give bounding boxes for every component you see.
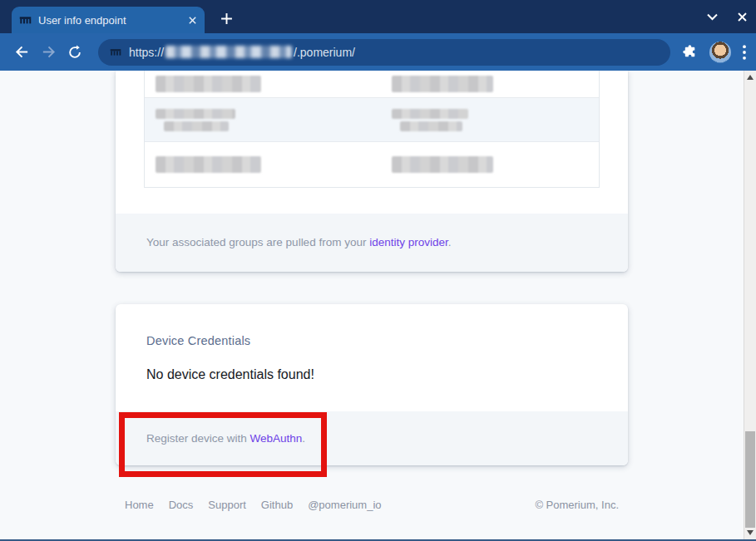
claims-table xyxy=(144,71,600,188)
tab-user-info-endpoint[interactable]: User info endpoint xyxy=(12,7,205,33)
footer-link-docs[interactable]: Docs xyxy=(169,499,194,511)
window-close-icon[interactable] xyxy=(737,12,748,22)
table-row xyxy=(145,71,599,98)
redacted-cell xyxy=(164,121,229,131)
pomerium-favicon-icon xyxy=(19,14,32,27)
toolbar-right xyxy=(682,42,746,63)
kebab-menu-icon[interactable] xyxy=(743,45,746,60)
redacted-cell xyxy=(392,109,468,119)
redacted-cell xyxy=(156,76,261,92)
webauthn-link[interactable]: WebAuthn xyxy=(250,432,303,445)
groups-card-footer: Your associated groups are pulled from y… xyxy=(116,214,628,272)
url-path: /.pomerium/ xyxy=(294,46,355,59)
scroll-up-icon[interactable] xyxy=(747,75,754,80)
copyright-text: © Pomerium, Inc. xyxy=(535,499,619,511)
address-bar[interactable]: https:///.pomerium/ xyxy=(98,39,670,66)
redacted-cell xyxy=(400,121,462,131)
device-card-footer: Register device with WebAuthn. xyxy=(116,411,628,465)
new-tab-button[interactable] xyxy=(215,7,237,29)
redacted-cell xyxy=(156,156,261,173)
tab-strip: User info endpoint xyxy=(0,0,756,33)
table-row xyxy=(145,98,599,142)
groups-note-text: Your associated groups are pulled from y… xyxy=(146,236,369,248)
back-icon[interactable] xyxy=(8,39,35,66)
tab-title: User info endpoint xyxy=(38,14,181,27)
footer-link-github[interactable]: Github xyxy=(261,499,293,511)
browser-toolbar: https:///.pomerium/ xyxy=(0,33,756,71)
tab-close-icon[interactable] xyxy=(188,16,197,25)
redacted-cell xyxy=(156,109,235,119)
scroll-down-icon[interactable] xyxy=(747,530,754,535)
redacted-cell xyxy=(392,156,493,173)
footer-link-home[interactable]: Home xyxy=(125,499,154,511)
profile-avatar[interactable] xyxy=(709,42,731,63)
page-content: Your associated groups are pulled from y… xyxy=(116,71,628,511)
groups-card: Your associated groups are pulled from y… xyxy=(116,71,628,272)
url-redacted-host xyxy=(166,46,292,58)
chevron-down-icon[interactable] xyxy=(706,12,719,21)
table-row xyxy=(145,142,599,187)
register-device-period: . xyxy=(302,432,305,445)
forward-icon[interactable] xyxy=(35,39,62,66)
scrollbar-thumb[interactable] xyxy=(745,431,755,528)
footer-link-support[interactable]: Support xyxy=(208,499,246,511)
groups-note-period: . xyxy=(448,236,452,248)
device-credentials-card: Device Credentials No device credentials… xyxy=(116,304,628,465)
url-text: https:///.pomerium/ xyxy=(129,46,355,59)
site-favicon-icon xyxy=(110,47,121,58)
footer-link-twitter[interactable]: @pomerium_io xyxy=(308,499,381,511)
page-footer: Home Docs Support Github @pomerium_io © … xyxy=(116,499,628,511)
identity-provider-link[interactable]: identity provider xyxy=(369,236,448,248)
extensions-puzzle-icon[interactable] xyxy=(682,44,698,60)
device-credentials-title: Device Credentials xyxy=(146,334,597,347)
window-controls xyxy=(706,0,748,33)
reload-icon[interactable] xyxy=(62,39,88,66)
page-viewport: Your associated groups are pulled from y… xyxy=(0,71,756,539)
no-credentials-message: No device credentials found! xyxy=(146,367,597,382)
browser-window: User info endpoint xyxy=(0,0,756,541)
register-device-text: Register device with xyxy=(146,432,250,445)
url-scheme: https:// xyxy=(129,46,164,59)
redacted-cell xyxy=(392,76,493,92)
vertical-scrollbar[interactable] xyxy=(744,71,756,539)
